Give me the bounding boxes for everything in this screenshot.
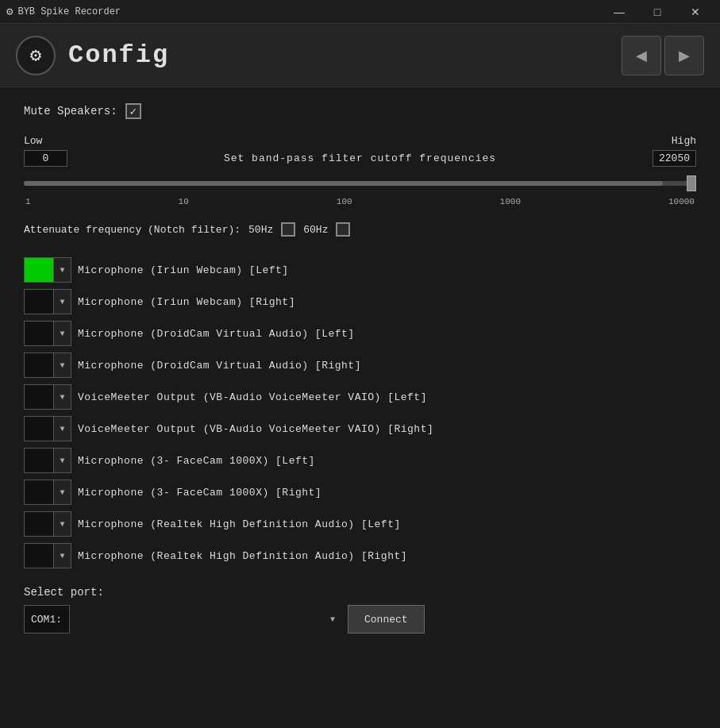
mute-speakers-checkbox[interactable]: ✓ [125,103,141,119]
main-content: Mute Speakers: ✓ Low High Set band-pass … [0,87,720,728]
maximize-button[interactable]: □ [639,0,676,24]
bandpass-filter-section: Low High Set band-pass filter cutoff fre… [24,135,696,206]
high-label: High [672,135,696,147]
mic-dropdown-5[interactable]: ▼ [24,416,71,441]
tick-10000: 10000 [668,197,695,206]
mic-name-1: Microphone (Iriun Webcam) [Right] [78,296,295,308]
mic-row: ▼Microphone (Iriun Webcam) [Right] [24,287,696,316]
mic-dropdown-2[interactable]: ▼ [24,321,71,346]
page-title: Config [68,40,169,70]
port-section: Select port: COM1: Connect [24,586,696,634]
notch-filter-label: Attenuate frequency (Notch filter): [24,224,241,236]
slider-fill [24,181,663,186]
mic-color-4 [25,385,53,409]
filter-labels-row: Low High [24,135,696,147]
slider-ticks: 1 10 100 1000 10000 [24,197,696,206]
app-title: BYB Spike Recorder [17,6,121,17]
forward-button[interactable]: ▶ [664,36,704,75]
mic-row: ▼VoiceMeeter Output (VB-Audio VoiceMeete… [24,383,696,411]
mic-dropdown-arrow-2: ▼ [53,322,71,345]
mic-name-8: Microphone (Realtek High Definition Audi… [78,518,401,530]
filter-inputs-row: Set band-pass filter cutoff frequencies [24,150,696,167]
titlebar: ⚙ BYB Spike Recorder — □ ✕ [0,0,720,24]
mute-speakers-label: Mute Speakers: [24,105,117,117]
mic-dropdown-arrow-1: ▼ [53,290,71,314]
mic-row: ▼Microphone (DroidCam Virtual Audio) [Ri… [24,351,696,379]
mic-dropdown-3[interactable]: ▼ [24,352,71,378]
tick-100: 100 [337,197,352,206]
mic-dropdown-arrow-3: ▼ [53,353,71,377]
mic-row: ▼Microphone (Iriun Webcam) [Left] [24,256,696,284]
mic-dropdown-0[interactable]: ▼ [24,257,71,283]
low-frequency-input[interactable] [24,150,67,167]
gear-icon: ⚙ [16,36,56,75]
mic-dropdown-arrow-5: ▼ [53,417,71,441]
mic-row: ▼Microphone (DroidCam Virtual Audio) [Le… [24,319,696,348]
tick-1000: 1000 [500,197,521,206]
mic-name-9: Microphone (Realtek High Definition Audi… [78,550,407,562]
mic-row: ▼VoiceMeeter Output (VB-Audio VoiceMeete… [24,414,696,443]
header: ⚙ Config ◀ ▶ [0,24,720,87]
mic-name-4: VoiceMeeter Output (VB-Audio VoiceMeeter… [78,391,427,403]
mic-color-6 [25,449,53,472]
mic-dropdown-8[interactable]: ▼ [24,511,71,537]
notch-50hz-checkbox[interactable] [281,222,295,237]
notch-50hz-label: 50Hz [248,224,273,236]
mic-row: ▼Microphone (Realtek High Definition Aud… [24,541,696,570]
app-icon: ⚙ [6,5,13,18]
filter-description: Set band-pass filter cutoff frequencies [75,152,645,164]
titlebar-left: ⚙ BYB Spike Recorder [6,5,121,18]
mic-row: ▼Microphone (Realtek High Definition Aud… [24,510,696,538]
port-select-wrapper: COM1: [24,605,341,634]
mic-color-2 [25,322,53,345]
slider-thumb[interactable] [687,175,696,191]
mic-color-1 [25,290,53,314]
notch-filter-row: Attenuate frequency (Notch filter): 50Hz… [24,222,696,237]
mic-dropdown-1[interactable]: ▼ [24,289,71,314]
mic-name-0: Microphone (Iriun Webcam) [Left] [78,264,289,276]
mic-row: ▼Microphone (3- FaceCam 1000X) [Left] [24,446,696,475]
mic-row: ▼Microphone (3- FaceCam 1000X) [Right] [24,478,696,507]
slider-track [24,181,696,186]
notch-60hz-label: 60Hz [303,224,328,236]
tick-1: 1 [25,197,31,206]
mic-dropdown-7[interactable]: ▼ [24,480,71,505]
mic-name-2: Microphone (DroidCam Virtual Audio) [Lef… [78,328,355,340]
mic-name-6: Microphone (3- FaceCam 1000X) [Left] [78,455,315,467]
mic-dropdown-arrow-9: ▼ [53,544,71,568]
mic-dropdown-9[interactable]: ▼ [24,543,71,568]
mic-dropdown-6[interactable]: ▼ [24,448,71,473]
mic-color-7 [25,480,53,504]
mic-dropdown-arrow-7: ▼ [53,480,71,504]
high-frequency-input[interactable] [653,150,696,167]
port-select[interactable]: COM1: [24,605,70,634]
port-label: Select port: [24,586,696,599]
tick-10: 10 [179,197,189,206]
mic-name-5: VoiceMeeter Output (VB-Audio VoiceMeeter… [78,423,433,435]
notch-60hz-checkbox[interactable] [336,222,350,237]
mic-name-3: Microphone (DroidCam Virtual Audio) [Rig… [78,360,361,372]
minimize-button[interactable]: — [601,0,637,24]
mic-dropdown-arrow-6: ▼ [53,449,71,472]
header-nav-buttons: ◀ ▶ [622,36,704,75]
close-button[interactable]: ✕ [677,0,714,24]
low-label: Low [24,135,42,147]
mic-color-0 [25,258,53,282]
mic-color-9 [25,544,53,568]
mic-dropdown-arrow-0: ▼ [53,258,71,282]
port-row: COM1: Connect [24,605,696,634]
microphone-list: ▼Microphone (Iriun Webcam) [Left]▼Microp… [24,256,696,570]
mic-color-5 [25,417,53,441]
mic-dropdown-4[interactable]: ▼ [24,384,71,410]
mic-color-3 [25,353,53,377]
mic-dropdown-arrow-4: ▼ [53,385,71,409]
mute-speakers-row: Mute Speakers: ✓ [24,103,696,119]
titlebar-controls: — □ ✕ [601,0,714,24]
back-button[interactable]: ◀ [622,36,661,75]
connect-button[interactable]: Connect [348,605,425,634]
frequency-slider[interactable] [24,171,696,195]
mic-dropdown-arrow-8: ▼ [53,512,71,536]
mic-color-8 [25,512,53,536]
mic-name-7: Microphone (3- FaceCam 1000X) [Right] [78,487,321,499]
